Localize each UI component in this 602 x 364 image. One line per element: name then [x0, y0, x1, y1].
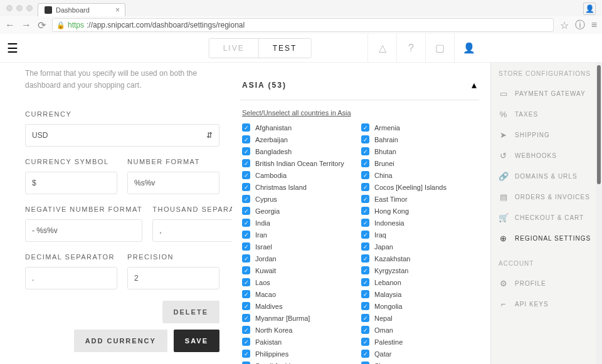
country-item[interactable]: ✓Kuwait: [242, 266, 357, 275]
back-button-icon[interactable]: ←: [5, 19, 15, 31]
checkbox-icon[interactable]: ✓: [242, 123, 250, 132]
country-item[interactable]: ✓British Indian Ocean Territory: [242, 159, 357, 168]
test-mode-button[interactable]: TEST: [258, 39, 311, 58]
checkbox-icon[interactable]: ✓: [242, 219, 250, 227]
prec-input[interactable]: [127, 267, 219, 289]
checkbox-icon[interactable]: ✓: [242, 266, 250, 274]
reload-button-icon[interactable]: ⟳: [38, 19, 46, 31]
country-item[interactable]: ✓Christmas Island: [242, 182, 357, 192]
checkbox-icon[interactable]: ✓: [242, 302, 250, 310]
checkbox-icon[interactable]: ✓: [242, 231, 250, 239]
country-item[interactable]: ✓Iraq: [361, 230, 477, 239]
country-item[interactable]: ✓Palestine: [361, 337, 477, 346]
checkbox-icon[interactable]: ✓: [361, 147, 369, 155]
country-item[interactable]: ✓Lebanon: [361, 278, 477, 287]
country-item[interactable]: ✓Macao: [242, 289, 357, 299]
country-item[interactable]: ✓Afghanistan: [242, 123, 357, 132]
address-bar[interactable]: 🔒 https://app.snipcart.com/dashboard/set…: [52, 18, 554, 32]
country-item[interactable]: ✓Philippines: [242, 349, 357, 358]
country-item[interactable]: ✓Oman: [361, 325, 477, 335]
browser-menu-icon[interactable]: ≡: [591, 19, 597, 31]
thou-input[interactable]: [152, 219, 232, 242]
live-mode-button[interactable]: LIVE: [209, 39, 258, 58]
checkbox-icon[interactable]: ✓: [361, 254, 369, 263]
country-item[interactable]: ✓Mongolia: [361, 301, 477, 311]
dec-input[interactable]: [25, 267, 117, 289]
country-item[interactable]: ✓Jordan: [242, 254, 357, 263]
checkbox-icon[interactable]: ✓: [242, 326, 250, 334]
select-all-link[interactable]: Select/Unselect all countries in Asia: [242, 109, 351, 117]
browser-profile-icon[interactable]: 👤: [583, 3, 596, 15]
country-item[interactable]: ✓Iran: [242, 230, 357, 239]
neg-input[interactable]: [25, 219, 142, 242]
checkbox-icon[interactable]: ✓: [242, 242, 250, 251]
country-item[interactable]: ✓Armenia: [361, 123, 477, 132]
country-item[interactable]: ✓Malaysia: [361, 289, 477, 299]
checkbox-icon[interactable]: ✓: [361, 207, 369, 215]
symbol-input[interactable]: [25, 172, 117, 194]
window-controls[interactable]: [6, 5, 33, 11]
checkbox-icon[interactable]: ✓: [361, 159, 369, 167]
country-item[interactable]: ✓Cambodia: [242, 170, 357, 180]
country-item[interactable]: ✓Bahrain: [361, 135, 477, 144]
country-item[interactable]: ✓North Korea: [242, 325, 357, 335]
checkbox-icon[interactable]: ✓: [361, 302, 369, 310]
alert-icon[interactable]: △: [367, 34, 396, 63]
checkbox-icon[interactable]: ✓: [361, 231, 369, 239]
max-window-dot[interactable]: [26, 5, 33, 11]
save-button[interactable]: SAVE: [174, 330, 219, 352]
checkbox-icon[interactable]: ✓: [361, 195, 369, 203]
sidebar-item[interactable]: %TAXES: [499, 104, 602, 125]
checkbox-icon[interactable]: ✓: [242, 254, 250, 263]
checkbox-icon[interactable]: ✓: [361, 290, 369, 298]
country-item[interactable]: ✓Nepal: [361, 313, 477, 323]
checkbox-icon[interactable]: ✓: [242, 147, 250, 155]
min-window-dot[interactable]: [16, 5, 23, 11]
country-item[interactable]: ✓Maldives: [242, 301, 357, 311]
country-item[interactable]: ✓Cyprus: [242, 194, 357, 204]
delete-button[interactable]: DELETE: [162, 301, 219, 323]
checkbox-icon[interactable]: ✓: [361, 135, 369, 143]
sidebar-item[interactable]: ⊕REGIONAL SETTINGS: [499, 228, 602, 249]
checkbox-icon[interactable]: ✓: [361, 183, 369, 191]
checkbox-icon[interactable]: ✓: [242, 290, 250, 298]
checkbox-icon[interactable]: ✓: [242, 350, 250, 358]
country-item[interactable]: ✓Japan: [361, 242, 477, 251]
checkbox-icon[interactable]: ✓: [361, 338, 369, 346]
info-icon[interactable]: ⓘ: [575, 19, 585, 32]
sidebar-item[interactable]: ↺WEBHOOKS: [499, 145, 602, 166]
checkbox-icon[interactable]: ✓: [242, 278, 250, 286]
checkbox-icon[interactable]: ✓: [361, 123, 369, 132]
close-window-dot[interactable]: [6, 5, 13, 11]
add-currency-button[interactable]: ADD CURRENCY: [74, 330, 167, 352]
star-icon[interactable]: ☆: [560, 19, 569, 31]
bookmark-icon[interactable]: ▢: [425, 34, 454, 63]
sidebar-item[interactable]: ⌐API KEYS: [499, 294, 602, 315]
scrollbar[interactable]: [596, 63, 602, 364]
country-item[interactable]: ✓Cocos [Keeling] Islands: [361, 182, 477, 192]
sidebar-item[interactable]: ▭PAYMENT GATEWAY: [499, 83, 602, 104]
country-item[interactable]: ✓Singapore: [361, 361, 477, 364]
country-item[interactable]: ✓Saudi Arabia: [242, 361, 357, 364]
country-item[interactable]: ✓Myanmar [Burma]: [242, 313, 357, 323]
country-item[interactable]: ✓Kyrgyzstan: [361, 266, 477, 275]
checkbox-icon[interactable]: ✓: [242, 207, 250, 215]
country-item[interactable]: ✓East Timor: [361, 194, 477, 204]
country-item[interactable]: ✓Indonesia: [361, 218, 477, 227]
country-item[interactable]: ✓Azerbaijan: [242, 135, 357, 144]
country-item[interactable]: ✓Bangladesh: [242, 147, 357, 156]
currency-select[interactable]: USD ⇵: [25, 124, 219, 147]
checkbox-icon[interactable]: ✓: [242, 171, 250, 179]
country-item[interactable]: ✓Laos: [242, 278, 357, 287]
country-item[interactable]: ✓Bhutan: [361, 147, 477, 156]
sidebar-item[interactable]: ▤ORDERS & INVOICES: [499, 187, 602, 207]
checkbox-icon[interactable]: ✓: [361, 361, 369, 364]
checkbox-icon[interactable]: ✓: [361, 219, 369, 227]
numfmt-input[interactable]: [127, 172, 219, 194]
help-icon[interactable]: ?: [396, 34, 425, 63]
country-item[interactable]: ✓Qatar: [361, 349, 477, 358]
checkbox-icon[interactable]: ✓: [361, 171, 369, 179]
sidebar-item[interactable]: ⚙PROFILE: [499, 273, 602, 294]
browser-tab[interactable]: Dashboard ×: [38, 3, 125, 16]
checkbox-icon[interactable]: ✓: [361, 266, 369, 274]
